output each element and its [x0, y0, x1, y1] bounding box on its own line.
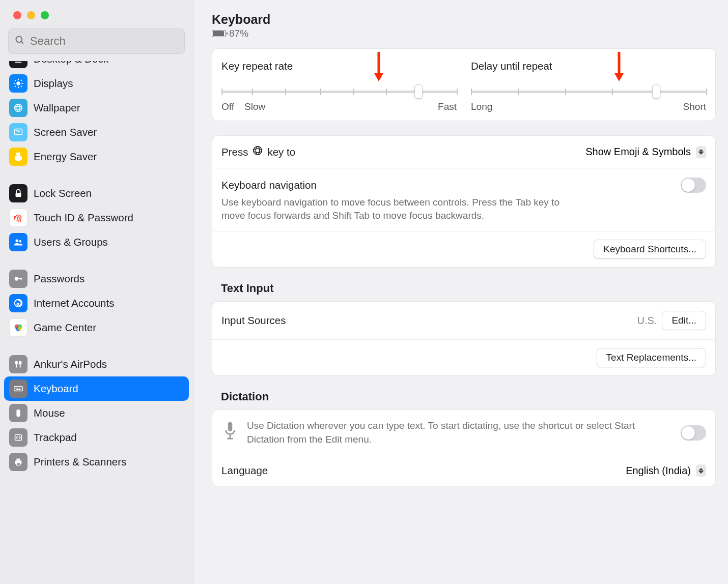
dictation-language-select[interactable]: English (India)	[626, 464, 706, 477]
stepper-icon	[696, 464, 706, 477]
dictation-language-row: Language English (India)	[212, 455, 715, 486]
displays-icon	[9, 74, 27, 93]
svg-rect-3	[15, 62, 22, 63]
trackpad-icon	[9, 428, 27, 447]
sidebar: Desktop & Dock Displays Wallpaper Screen…	[0, 0, 193, 584]
sidebar-item-touchid[interactable]: Touch ID & Password	[4, 206, 189, 230]
dictation-description: Use Dictation wherever you can type text…	[247, 419, 673, 446]
slider-thumb[interactable]	[414, 84, 423, 99]
svg-line-11	[15, 86, 16, 87]
key-repeat-rate-slider[interactable]	[221, 91, 457, 93]
svg-point-20	[15, 277, 18, 280]
sidebar-item-label: Ankur's AirPods	[34, 358, 107, 370]
input-sources-row: Input Sources U.S. Edit...	[212, 302, 715, 339]
svg-line-1	[21, 41, 23, 43]
dictation-language-value: English (India)	[626, 465, 691, 477]
svg-point-44	[256, 147, 260, 155]
desktop-dock-icon	[9, 61, 27, 68]
lockscreen-icon	[9, 184, 27, 202]
sidebar-item-mouse[interactable]: Mouse	[4, 401, 189, 425]
sidebar-item-usersgroups[interactable]: Users & Groups	[4, 230, 189, 254]
screensaver-icon	[9, 123, 27, 141]
dictation-heading: Dictation	[212, 390, 716, 403]
sidebar-item-label: Desktop & Dock	[34, 61, 108, 65]
annotation-arrow-icon	[374, 52, 383, 81]
internet-icon	[9, 294, 27, 312]
text-input-panel: Input Sources U.S. Edit... Text Replacem…	[212, 301, 716, 376]
sidebar-item-passwords[interactable]: Passwords	[4, 267, 189, 291]
dictation-info-row: Use Dictation wherever you can type text…	[212, 410, 715, 455]
sidebar-item-label: Users & Groups	[34, 236, 108, 248]
dictation-toggle[interactable]	[681, 425, 706, 441]
sidebar-item-desktop-dock[interactable]: Desktop & Dock	[4, 61, 189, 71]
input-sources-edit-button[interactable]: Edit...	[662, 311, 706, 330]
svg-rect-32	[16, 389, 20, 390]
sidebar-item-label: Trackpad	[34, 431, 77, 444]
sidebar-item-wallpaper[interactable]: Wallpaper	[4, 96, 189, 120]
globe-icon	[252, 145, 263, 159]
printers-icon	[9, 453, 27, 471]
window-controls	[0, 0, 193, 28]
sidebar-item-label: Wallpaper	[34, 102, 80, 114]
globe-key-select[interactable]: Show Emoji & Symbols	[585, 146, 706, 158]
svg-rect-36	[16, 459, 20, 461]
maximize-window-button[interactable]	[41, 11, 49, 19]
svg-point-27	[18, 327, 21, 330]
page-title: Keyboard	[212, 12, 716, 27]
minimize-window-button[interactable]	[27, 11, 35, 19]
sidebar-item-lockscreen[interactable]: Lock Screen	[4, 181, 189, 206]
close-window-button[interactable]	[13, 11, 21, 19]
search-container	[0, 28, 193, 61]
content-area: Keyboard 87% Key repeat rate	[193, 0, 728, 584]
sidebar-item-label: Displays	[34, 77, 73, 90]
sidebar-item-label: Touch ID & Password	[34, 212, 133, 224]
svg-rect-31	[19, 388, 20, 389]
sidebar-item-trackpad[interactable]: Trackpad	[4, 425, 189, 450]
gamecenter-icon	[9, 318, 27, 337]
search-icon	[15, 35, 25, 48]
annotation-arrow-icon	[614, 52, 624, 81]
delay-until-repeat-slider[interactable]	[471, 91, 706, 93]
keyboard-shortcuts-button[interactable]: Keyboard Shortcuts...	[594, 240, 706, 259]
sidebar-item-label: Mouse	[34, 407, 65, 419]
svg-marker-41	[614, 73, 624, 81]
search-input[interactable]	[30, 35, 178, 48]
text-replacements-button[interactable]: Text Replacements...	[597, 348, 706, 367]
sidebar-item-gamecenter[interactable]: Game Center	[4, 315, 189, 340]
slider-thumb[interactable]	[652, 84, 660, 99]
keyboard-navigation-toggle[interactable]	[681, 178, 706, 193]
svg-point-0	[16, 36, 22, 42]
search-field[interactable]	[8, 28, 185, 54]
wallpaper-icon	[9, 99, 27, 117]
sidebar-item-keyboard[interactable]: Keyboard	[4, 376, 189, 401]
sidebar-item-printers[interactable]: Printers & Scanners	[4, 450, 189, 474]
sidebar-item-label: Passwords	[34, 273, 85, 285]
globe-key-row: Press key to Show Emoji & Symbols	[212, 136, 715, 168]
sidebar-item-screensaver[interactable]: Screen Saver	[4, 120, 189, 144]
svg-point-18	[16, 240, 19, 243]
sidebar-item-airpods[interactable]: Ankur's AirPods	[4, 352, 189, 376]
repeat-panel: Key repeat rate Off Slow	[212, 48, 716, 121]
sidebar-item-label: Keyboard	[34, 383, 78, 395]
svg-line-12	[21, 80, 22, 81]
svg-rect-16	[15, 129, 22, 135]
usersgroups-icon	[9, 233, 27, 251]
globe-label-pre: Press	[221, 146, 248, 158]
battery-icon	[212, 30, 226, 37]
svg-point-19	[19, 240, 21, 243]
delay-until-repeat-slider-group: Delay until repeat Long Short	[471, 60, 706, 112]
svg-point-43	[254, 149, 262, 152]
svg-rect-17	[16, 193, 21, 197]
svg-rect-30	[17, 388, 18, 389]
sidebar-item-displays[interactable]: Displays	[4, 71, 189, 96]
svg-point-15	[17, 104, 20, 112]
airpods-icon	[9, 355, 27, 373]
energy-icon	[9, 148, 27, 166]
touchid-icon	[9, 209, 27, 227]
sidebar-item-energy[interactable]: Energy Saver	[4, 144, 189, 169]
svg-point-42	[254, 147, 262, 155]
sidebar-item-label: Energy Saver	[34, 151, 97, 163]
svg-rect-45	[228, 422, 233, 431]
text-input-heading: Text Input	[212, 282, 716, 295]
sidebar-item-internet[interactable]: Internet Accounts	[4, 291, 189, 315]
